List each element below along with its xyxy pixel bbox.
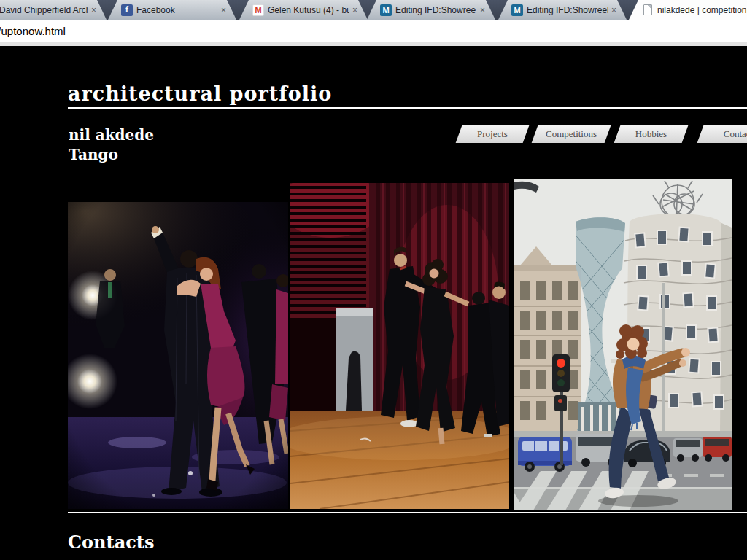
nav-tab-contact[interactable]: Contact (697, 125, 747, 143)
section-divider (68, 512, 747, 513)
section-title: Tango (69, 146, 118, 163)
tab-title: Facebook (136, 5, 217, 15)
contacts-heading: Contacts (68, 532, 154, 553)
nav-tab-competitions[interactable]: Competitions (532, 125, 611, 143)
page-icon (642, 4, 654, 16)
tab-title: nilakdede | competition (657, 5, 747, 15)
close-icon[interactable]: × (480, 6, 485, 15)
nav-tab-label: Projects (459, 125, 526, 143)
nav-tab-hobbies[interactable]: Hobbies (614, 125, 689, 143)
nav-tab-projects[interactable]: Projects (456, 125, 530, 143)
tab-title: Editing IFD:ShowreelWS (527, 5, 608, 15)
nav-tab-label: Contact (700, 125, 747, 143)
tab-title: Gelen Kutusu (4) - busr (268, 5, 349, 15)
site-title: architectural portfolio (68, 82, 332, 105)
browser-tab-wiki-edit-2[interactable]: M Editing IFD:ShowreelWS × (498, 0, 627, 20)
portfolio-page: architectural portfolio nil akdede Tango… (0, 46, 747, 560)
tab-title: David Chipperfield Arch (0, 5, 88, 15)
address-bar[interactable]: l/uptonow.html (0, 20, 747, 42)
close-icon[interactable]: × (91, 6, 96, 15)
close-icon[interactable]: × (611, 6, 616, 15)
nav-tab-label: Competitions (535, 125, 608, 143)
close-icon[interactable]: × (221, 6, 226, 15)
browser-tab-bar: David Chipperfield Arch × f Facebook × M… (0, 0, 747, 20)
close-icon[interactable]: × (352, 6, 357, 15)
facebook-icon: f (121, 4, 133, 16)
photo-tango-stage-image (290, 183, 509, 509)
wiki-icon: M (511, 4, 523, 16)
photo-dancing-house-image (514, 179, 732, 510)
browser-tab-gmail-inbox[interactable]: M Gelen Kutusu (4) - busr × (239, 0, 368, 20)
wiki-icon: M (380, 4, 392, 16)
browser-tab-facebook[interactable]: f Facebook × (108, 0, 236, 20)
browser-tab-chipperfield[interactable]: David Chipperfield Arch × (0, 0, 107, 20)
nav-tab-label: Hobbies (617, 125, 685, 143)
browser-tab-nilakdede-active[interactable]: nilakdede | competition (629, 0, 747, 20)
gmail-icon: M (252, 4, 264, 16)
browser-tab-wiki-edit-1[interactable]: M Editing IFD:ShowreelWS × (367, 0, 495, 20)
author-name: nil akdede (69, 126, 154, 144)
address-url: l/uptonow.html (0, 25, 66, 37)
title-divider (68, 107, 747, 109)
photo-tango-couple-image (68, 202, 288, 509)
browser-window: David Chipperfield Arch × f Facebook × M… (0, 0, 747, 560)
tab-title: Editing IFD:ShowreelWS (395, 5, 476, 15)
